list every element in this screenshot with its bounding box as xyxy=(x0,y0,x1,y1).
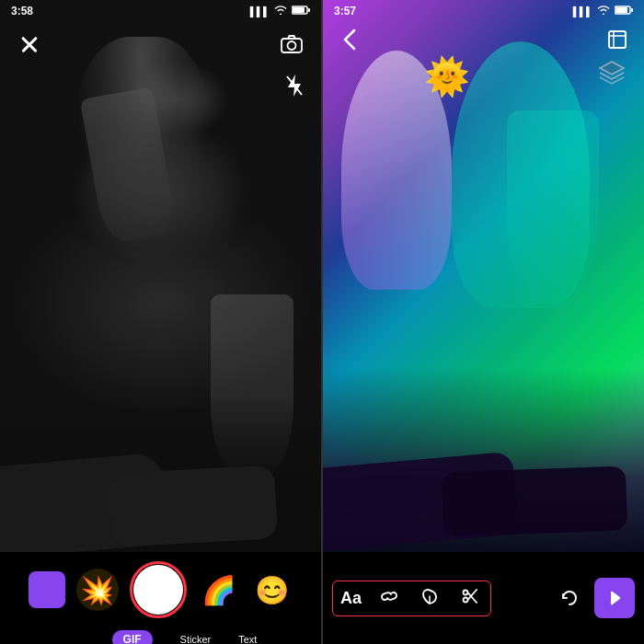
battery-icon-right xyxy=(615,6,633,17)
filter-tool-button[interactable] xyxy=(417,585,443,612)
time-right: 3:57 xyxy=(334,5,356,17)
undo-button[interactable] xyxy=(552,581,587,615)
crop-button[interactable] xyxy=(604,26,631,53)
shutter-button-container[interactable] xyxy=(130,561,187,618)
battery-icon-left xyxy=(292,6,310,17)
close-button[interactable] xyxy=(13,28,46,61)
tools-group: Aa xyxy=(332,581,491,616)
sticker-smile[interactable]: 😊 xyxy=(251,569,293,611)
sticker-purple[interactable] xyxy=(29,571,65,608)
sticker-nav-item[interactable]: Sticker xyxy=(180,634,212,644)
status-bar-left: 3:58 ▌▌▌ xyxy=(0,0,321,22)
camera-switch-button[interactable] xyxy=(275,28,308,61)
wifi-icon-right xyxy=(597,6,610,17)
text-nav-item[interactable]: Text xyxy=(238,634,257,644)
sun-sticker[interactable]: 🌞 xyxy=(424,55,470,98)
stack-sticker[interactable] xyxy=(598,60,626,92)
right-photo: 🌞 3:57 ▌▌▌ xyxy=(323,0,644,552)
right-panel: 🌞 3:57 ▌▌▌ xyxy=(323,0,644,644)
svg-point-4 xyxy=(288,41,296,50)
flash-button[interactable] xyxy=(281,72,308,99)
smile-emoji: 😊 xyxy=(255,574,289,606)
text-tool-button[interactable]: Aa xyxy=(340,589,362,608)
svg-rect-2 xyxy=(308,8,310,12)
status-icons-left: ▌▌▌ xyxy=(250,6,310,17)
svg-rect-8 xyxy=(615,7,627,13)
signal-icon-left: ▌▌▌ xyxy=(250,6,270,17)
leg-right-right xyxy=(442,466,627,537)
left-photo: 3:58 ▌▌▌ xyxy=(0,0,321,552)
bottom-nav-left: 🖼 GIF Sticker Text xyxy=(0,622,321,644)
svg-rect-9 xyxy=(631,8,633,12)
gallery-icon: 🖼 xyxy=(64,627,85,644)
tool-row: Aa xyxy=(323,570,644,626)
text-nav-label: Text xyxy=(238,634,257,644)
gif-nav-item[interactable]: GIF xyxy=(112,630,153,644)
svg-rect-1 xyxy=(293,7,305,13)
left-panel: 3:58 ▌▌▌ xyxy=(0,0,321,644)
gif-label: GIF xyxy=(112,630,153,644)
guitar-right-colored xyxy=(507,110,599,294)
rainbow-emoji: 🌈 xyxy=(201,574,236,606)
back-button[interactable] xyxy=(336,26,363,53)
sticker-nav-label: Sticker xyxy=(180,634,212,644)
status-bar-right: 3:57 ▌▌▌ xyxy=(323,0,644,22)
sticker-rainbow[interactable]: 🌈 xyxy=(198,569,240,611)
bottom-toolbar-left: 💥 🌈 😊 🖼 GIF St xyxy=(0,552,321,644)
status-icons-right: ▌▌▌ xyxy=(573,6,633,17)
explosion-emoji: 💥 xyxy=(80,574,114,606)
svg-rect-10 xyxy=(609,31,626,48)
leg-right xyxy=(109,465,278,546)
wifi-icon-left xyxy=(274,6,287,17)
forward-button[interactable] xyxy=(594,578,635,618)
link-tool-button[interactable] xyxy=(376,585,402,612)
gallery-nav-item[interactable]: 🖼 xyxy=(64,627,85,644)
scissors-tool-button[interactable] xyxy=(457,585,483,612)
sticker-explosion[interactable]: 💥 xyxy=(76,569,119,611)
sticker-row: 💥 🌈 😊 xyxy=(0,552,321,622)
bottom-toolbar-right: Aa xyxy=(323,552,644,644)
sun-emoji: 🌞 xyxy=(424,56,470,97)
time-left: 3:58 xyxy=(11,5,33,17)
signal-icon-right: ▌▌▌ xyxy=(573,6,592,17)
